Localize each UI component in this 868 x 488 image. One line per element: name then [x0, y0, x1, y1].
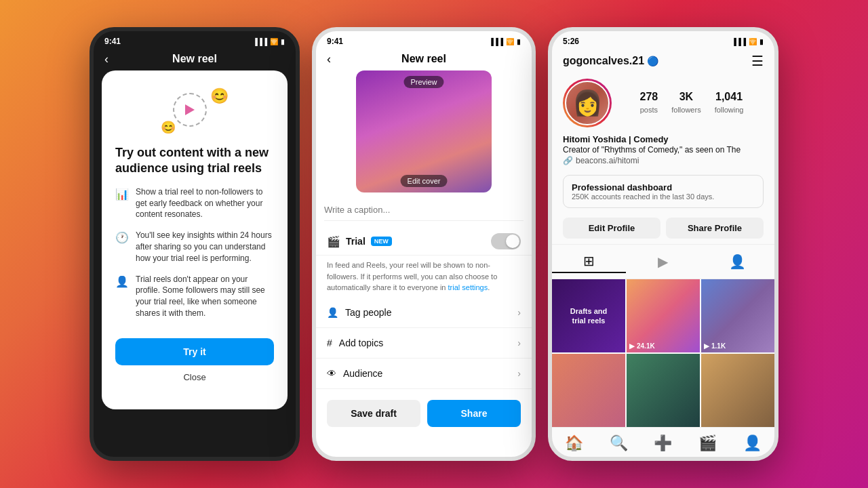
- reel-thumbnail: [356, 70, 492, 192]
- edit-cover-label[interactable]: Edit cover: [401, 175, 448, 187]
- add-topics-label: Add topics: [339, 338, 383, 348]
- add-topics-row[interactable]: # Add topics ›: [316, 328, 532, 359]
- play-count-2: ▶ 1.1K: [704, 342, 726, 350]
- nav-create[interactable]: ➕: [641, 434, 686, 452]
- chevron-icon: ›: [517, 307, 521, 318]
- wifi-icon: 🛜: [506, 38, 514, 45]
- phone-1: 9:41 ▐▐▐ 🛜 ▮ ‹ New reel 😊 😊: [90, 27, 300, 461]
- list-item: 📊 Show a trial reel to non-followers to …: [115, 186, 274, 220]
- dashboard-subtitle: 250K accounts reached in the last 30 day…: [572, 192, 755, 201]
- trial-benefits-list: 📊 Show a trial reel to non-followers to …: [115, 186, 274, 319]
- trial-toggle[interactable]: [491, 233, 521, 249]
- tag-icon: 👤: [327, 307, 338, 318]
- content-tab-bar: ⊞ ▶ 👤: [552, 244, 774, 279]
- chevron-icon: ›: [517, 338, 521, 348]
- hamburger-icon[interactable]: ☰: [751, 53, 764, 69]
- grid-cell-4[interactable]: [552, 354, 625, 427]
- followers-label: followers: [671, 106, 701, 114]
- audience-icon: 👁: [327, 368, 336, 379]
- smiley-icon-1: 😊: [210, 87, 229, 105]
- toggle-knob: [506, 235, 519, 248]
- list-icon-1: 📊: [115, 187, 129, 220]
- wifi-icon: 🛜: [749, 38, 757, 45]
- audience-row[interactable]: 👁 Audience ›: [316, 359, 532, 389]
- save-draft-button[interactable]: Save draft: [327, 400, 420, 427]
- bottom-buttons: Save draft Share: [316, 392, 532, 435]
- list-text-1: Show a trial reel to non-followers to ge…: [136, 186, 274, 220]
- profile-header: gogoncalves.21 🔵 ☰: [552, 49, 774, 73]
- username-text: gogoncalves.21: [563, 55, 644, 67]
- tag-people-label: Tag people: [345, 307, 392, 318]
- phone2-header: ‹ New reel: [316, 49, 532, 70]
- list-item: 🕐 You'll see key insights within 24 hour…: [115, 230, 274, 264]
- posts-count: 278: [640, 91, 658, 103]
- phone1-status-icons: ▐▐▐ 🛜 ▮: [253, 38, 285, 45]
- nav-profile[interactable]: 👤: [730, 434, 774, 452]
- try-it-button[interactable]: Try it: [115, 338, 274, 365]
- phone2-back-button[interactable]: ‹: [327, 52, 331, 66]
- count-1-text: 24.1K: [637, 342, 655, 350]
- audience-left: 👁 Audience: [327, 368, 382, 379]
- trial-icon-area: 😊 😊: [115, 84, 274, 138]
- battery-icon: ▮: [760, 38, 764, 45]
- grid-cell-drafts[interactable]: Drafts and trial reels: [552, 279, 625, 352]
- stats-row: 278 posts 3K followers 1,041 following: [620, 91, 764, 115]
- phone-2: 9:41 ▐▐▐ 🛜 ▮ ‹ New reel Preview Edit cov…: [312, 27, 536, 461]
- tab-tagged[interactable]: 👤: [701, 250, 774, 273]
- grid-cell-6[interactable]: [701, 354, 774, 427]
- nav-search[interactable]: 🔍: [597, 434, 642, 452]
- audience-label: Audience: [343, 368, 382, 379]
- nav-home[interactable]: 🏠: [552, 434, 597, 452]
- phone3-time: 5:26: [563, 37, 579, 46]
- list-text-2: You'll see key insights within 24 hours …: [136, 230, 274, 264]
- play-icon-2: ▶: [704, 342, 709, 350]
- grid-cell-5[interactable]: [627, 354, 700, 427]
- phone2-status-icons: ▐▐▐ 🛜 ▮: [489, 38, 521, 45]
- dashed-circle: [173, 93, 207, 127]
- username-row: gogoncalves.21 🔵: [563, 55, 658, 67]
- avatar-image: 👩: [572, 91, 603, 115]
- play-icon: ▶: [629, 342, 635, 350]
- trial-settings-link[interactable]: trial settings: [448, 283, 488, 291]
- wifi-icon: 🛜: [270, 38, 278, 45]
- hashtag-icon: #: [327, 338, 332, 348]
- grid-cell-3[interactable]: ▶ 1.1K: [701, 279, 774, 352]
- followers-stat: 3K followers: [671, 91, 701, 115]
- list-icon-2: 🕐: [115, 230, 129, 264]
- phone1-content-card: 😊 😊 Try out content with a new audience …: [102, 70, 288, 409]
- phone2-time: 9:41: [327, 37, 343, 46]
- close-link[interactable]: Close: [115, 372, 274, 382]
- trial-toggle-row: 🎬 Trial NEW: [316, 228, 532, 256]
- phone1-time: 9:41: [104, 37, 121, 46]
- trial-icon: 🎬: [327, 235, 340, 248]
- phone1-back-button[interactable]: ‹: [104, 52, 108, 66]
- tab-grid[interactable]: ⊞: [552, 250, 626, 273]
- bio-link[interactable]: 🔗 beacons.ai/hitomi: [563, 156, 764, 165]
- edit-profile-button[interactable]: Edit Profile: [563, 218, 660, 239]
- share-button[interactable]: Share: [427, 400, 521, 427]
- play-count-1: ▶ 24.1K: [629, 342, 655, 350]
- add-topics-left: # Add topics: [327, 338, 383, 348]
- reel-preview[interactable]: Preview Edit cover: [356, 70, 492, 192]
- professional-dashboard[interactable]: Professional dashboard 250K accounts rea…: [563, 175, 764, 208]
- battery-icon: ▮: [517, 38, 521, 45]
- phones-container: 9:41 ▐▐▐ 🛜 ▮ ‹ New reel 😊 😊: [76, 14, 792, 474]
- new-badge: NEW: [371, 237, 392, 246]
- grid-cell-2[interactable]: ▶ 24.1K: [627, 279, 700, 352]
- profile-info: 👩 278 posts 3K followers 1,041 following: [552, 73, 774, 133]
- avatar-wrapper: 👩: [563, 79, 612, 127]
- tag-people-row[interactable]: 👤 Tag people ›: [316, 298, 532, 328]
- share-profile-button[interactable]: Share Profile: [666, 218, 764, 239]
- phone2-status-bar: 9:41 ▐▐▐ 🛜 ▮: [316, 31, 532, 49]
- trial-row-left: 🎬 Trial NEW: [327, 235, 392, 248]
- nav-reels[interactable]: 🎬: [686, 434, 730, 452]
- phone1-title: New reel: [172, 53, 217, 65]
- bio-text: Creator of "Rhythms of Comedy," as seen …: [563, 144, 764, 156]
- caption-input[interactable]: [324, 199, 524, 221]
- link-icon: 🔗: [563, 156, 573, 165]
- posts-label: posts: [640, 106, 658, 114]
- verified-badge: 🔵: [647, 56, 658, 66]
- tab-reels[interactable]: ▶: [626, 250, 700, 273]
- avatar: 👩: [565, 81, 610, 125]
- following-count: 1,041: [715, 91, 744, 103]
